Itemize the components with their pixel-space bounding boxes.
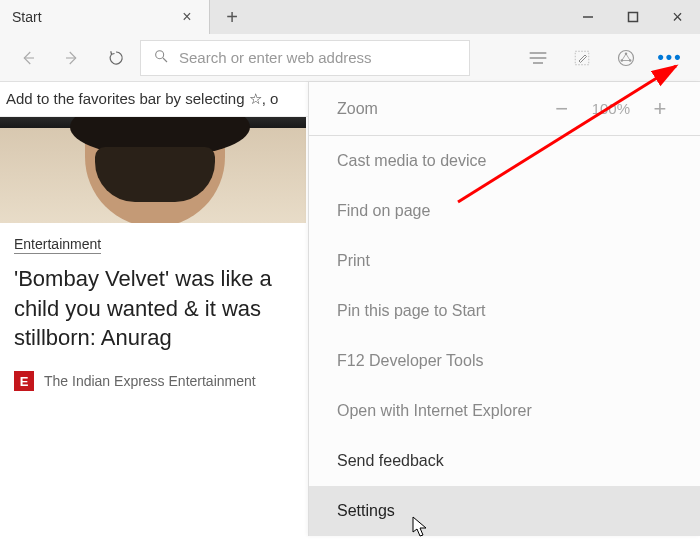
source-badge: E	[14, 371, 34, 391]
card-image	[0, 117, 306, 223]
more-icon: •••	[658, 47, 683, 68]
menu-f12[interactable]: F12 Developer Tools	[309, 336, 700, 386]
refresh-icon	[107, 49, 125, 67]
new-tab-button[interactable]: +	[210, 0, 254, 34]
maximize-icon	[627, 11, 639, 23]
tab-label: Start	[12, 9, 177, 25]
menu-settings[interactable]: Settings	[309, 486, 700, 536]
pen-icon	[573, 49, 591, 67]
card-headline: 'Bombay Velvet' was like a child you wan…	[14, 264, 292, 353]
zoom-in-button[interactable]: +	[648, 96, 672, 122]
zoom-value: 100%	[592, 100, 630, 117]
zoom-label: Zoom	[337, 100, 378, 118]
search-input[interactable]	[179, 49, 457, 66]
more-button[interactable]: •••	[648, 38, 692, 78]
svg-line-5	[163, 58, 167, 62]
close-tab-icon[interactable]: ×	[177, 8, 197, 26]
close-icon: ×	[672, 7, 683, 28]
window-close-button[interactable]: ×	[655, 0, 700, 34]
share-button[interactable]	[604, 38, 648, 78]
web-note-button[interactable]	[560, 38, 604, 78]
overflow-menu: Zoom − 100% + Cast media to device Find …	[308, 82, 700, 536]
arrow-left-icon	[19, 49, 37, 67]
menu-feedback[interactable]: Send feedback	[309, 436, 700, 486]
zoom-out-button[interactable]: −	[550, 96, 574, 122]
tab-start[interactable]: Start ×	[0, 0, 210, 34]
menu-zoom-row: Zoom − 100% +	[309, 82, 700, 136]
search-icon	[153, 48, 169, 68]
news-card[interactable]: Entertainment 'Bombay Velvet' was like a…	[0, 117, 306, 411]
menu-find[interactable]: Find on page	[309, 186, 700, 236]
menu-ie[interactable]: Open with Internet Explorer	[309, 386, 700, 436]
tab-bar: Start × + ×	[0, 0, 700, 34]
refresh-button[interactable]	[96, 38, 136, 78]
back-button[interactable]	[8, 38, 48, 78]
menu-print[interactable]: Print	[309, 236, 700, 286]
svg-rect-1	[628, 13, 637, 22]
reading-view-button[interactable]	[516, 38, 560, 78]
minimize-icon	[582, 11, 594, 23]
arrow-right-icon	[63, 49, 81, 67]
maximize-button[interactable]	[610, 0, 655, 34]
menu-cast[interactable]: Cast media to device	[309, 136, 700, 186]
share-icon	[616, 48, 636, 68]
nav-bar: •••	[0, 34, 700, 82]
card-source: E The Indian Express Entertainment	[14, 367, 292, 395]
menu-pin[interactable]: Pin this page to Start	[309, 286, 700, 336]
svg-point-4	[156, 50, 164, 58]
source-name: The Indian Express Entertainment	[44, 373, 256, 389]
card-category[interactable]: Entertainment	[14, 236, 101, 254]
minimize-button[interactable]	[565, 0, 610, 34]
forward-button[interactable]	[52, 38, 92, 78]
address-bar[interactable]	[140, 40, 470, 76]
reading-icon	[528, 50, 548, 66]
